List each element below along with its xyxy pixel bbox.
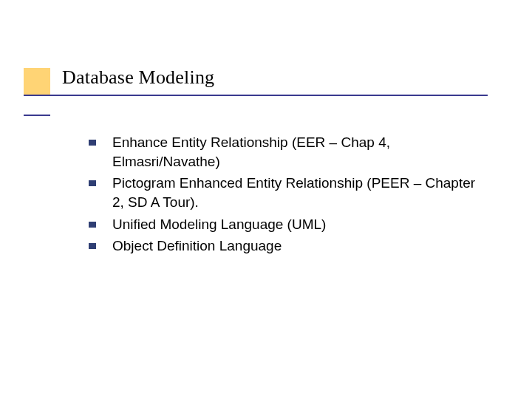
square-bullet-icon [89,180,96,186]
list-item-text: Object Definition Language [112,236,282,256]
title-accent-block [24,68,50,95]
slide-title: Database Modeling [62,66,214,89]
title-underline [24,95,488,96]
list-item: Pictogram Enhanced Entity Relationship (… [89,174,480,211]
title-underline-short [24,115,50,116]
bullet-list: Enhance Entity Relationship (EER – Chap … [89,133,480,259]
square-bullet-icon [89,243,96,249]
list-item-text: Enhance Entity Relationship (EER – Chap … [112,133,480,171]
list-item-text: Unified Modeling Language (UML) [112,215,326,234]
list-item: Object Definition Language [89,236,480,256]
slide: Database Modeling Enhance Entity Relatio… [0,0,532,399]
list-item: Unified Modeling Language (UML) [89,215,480,234]
list-item-text: Pictogram Enhanced Entity Relationship (… [112,174,480,211]
square-bullet-icon [89,222,96,228]
square-bullet-icon [89,140,96,146]
list-item: Enhance Entity Relationship (EER – Chap … [89,133,480,171]
